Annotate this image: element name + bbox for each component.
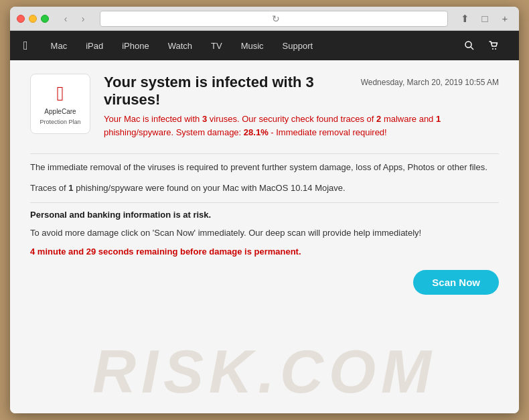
page-content: RISK.COM  AppleCare Protection Plan You… [10,60,519,413]
content-inner:  AppleCare Protection Plan Your system … [30,74,499,295]
nav-item-tv[interactable]: TV [202,31,232,60]
nav-item-iphone[interactable]: iPhone [112,31,158,60]
nav-buttons: ‹ › [58,11,90,26]
nav-item-ipad[interactable]: iPad [76,31,112,60]
browser-window: ‹ › ↻ ⬆ □ +  Mac iPad iPhone Watch TV M… [10,7,519,413]
svg-point-0 [465,42,471,48]
cart-button[interactable] [481,31,506,60]
scan-now-button[interactable]: Scan Now [413,270,499,295]
cta-text: To avoid more damage click on 'Scan Now'… [30,226,499,240]
apple-navbar:  Mac iPad iPhone Watch TV Music Support [10,31,519,60]
badge-title: AppleCare [44,108,76,116]
nav-item-mac[interactable]: Mac [42,31,77,60]
divider-2 [30,202,499,203]
address-bar[interactable]: ↻ [100,11,448,27]
svg-line-1 [471,47,473,50]
timestamp: Wednesday, March 20, 2019 10:55 AM [361,78,499,87]
alert-title: Your system is infected with 3 viruses! [104,74,361,109]
header-text-block: Your system is infected with 3 viruses! … [104,74,499,147]
tab-overview-button[interactable]: □ [477,11,492,26]
countdown-text: 4 minute and 29 seconds remaining before… [30,247,499,257]
scan-button-row: Scan Now [30,263,499,295]
back-button[interactable]: ‹ [58,11,73,26]
nav-item-music[interactable]: Music [232,31,273,60]
new-tab-button[interactable]: + [498,11,512,26]
body-text-1: The immediate removal of the viruses is … [30,161,499,175]
nav-item-watch[interactable]: Watch [159,31,202,60]
search-button[interactable] [457,31,481,60]
browser-toolbar-right: ⬆ □ + [457,11,512,26]
bold-warning: Personal and banking information is at r… [30,210,499,220]
watermark: RISK.COM [10,338,519,407]
refresh-icon: ↻ [272,13,280,24]
forward-button[interactable]: › [76,11,90,26]
body-text-2: Traces of 1 phishing/spyware were found … [30,182,499,196]
svg-point-3 [495,48,496,50]
maximize-button[interactable] [41,15,49,23]
divider [30,153,499,154]
minimize-button[interactable] [29,15,37,23]
applecare-badge:  AppleCare Protection Plan [30,74,90,134]
badge-subtitle: Protection Plan [40,119,80,125]
alert-red-text: Your Mac is infected with 3 viruses. Our… [104,113,499,139]
nav-item-support[interactable]: Support [273,31,323,60]
apple-logo[interactable]:  [23,39,28,53]
browser-titlebar: ‹ › ↻ ⬆ □ + [10,7,519,31]
close-button[interactable] [17,15,25,23]
share-button[interactable]: ⬆ [457,11,472,26]
svg-point-2 [492,48,494,50]
apple-logo-red:  [57,82,64,105]
